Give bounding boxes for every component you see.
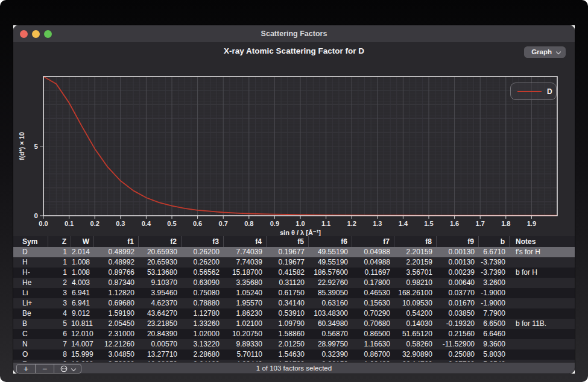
plot-area[interactable]: 0.00.10.20.30.40.50.60.70.80.91.01.11.21… [16,74,564,238]
column-header-f6[interactable]: f6 [309,236,352,247]
add-factor-button[interactable]: + [17,365,36,373]
table-cell: 28.99750 [309,339,352,349]
column-header-b[interactable]: b [479,236,510,247]
table-cell: 1.02000 [182,329,224,339]
x-tick-label: 0.2 [90,220,100,227]
table-cell: 7.7900 [479,308,510,319]
column-header-f3[interactable]: f3 [182,236,224,247]
table-cell: 7 [48,339,71,349]
table-header-row: SymZWf1f2f3f4f5f6f7f8f9bNotes [13,236,575,247]
table-cell: 0.00130 [437,247,479,257]
table-cell: 0.17800 [352,278,394,288]
table-cell: 186.57600 [309,268,352,278]
table-cell: 3.13220 [182,339,224,349]
table-cell: H [13,257,48,268]
column-header-f5[interactable]: f5 [267,236,309,247]
table-row-D[interactable]: D12.0140.4899220.659300.262007.740390.19… [13,247,575,257]
x-tick-label: 1.7 [476,220,485,227]
remove-factor-button[interactable]: − [36,365,54,373]
table-action-buttons: + − [16,364,81,374]
table-cell: 0.00640 [437,278,479,288]
table-cell: 0.58260 [394,339,437,349]
table-cell: 23.21850 [139,319,182,329]
table-cell: 0.32390 [309,349,352,360]
table-row-He[interactable]: He24.0030.873409.103700.630903.356800.31… [13,278,575,288]
x-axis-label: sin θ / λ [Å⁻¹] [280,229,321,236]
table-cell: 7.74039 [224,247,267,257]
table-cell: 9.3600 [479,339,510,349]
table-cell: 6.6710 [479,247,510,257]
table-cell: 2.05450 [94,319,139,329]
table-cell: 20.65930 [139,257,182,268]
table-cell: 1 [48,257,71,268]
table-cell: 0.69680 [94,298,139,308]
column-header-w[interactable]: W [71,236,94,247]
x-tick-label: 0.0 [39,220,48,227]
column-header-sym[interactable]: Sym [13,236,48,247]
table-cell: 0.63160 [309,298,352,308]
x-tick-label: 1.6 [450,220,459,227]
table-cell: 15.18700 [224,268,267,278]
column-header-z[interactable]: Z [48,236,71,247]
table-cell: 5.70110 [224,349,267,360]
table-cell: 53.13680 [139,268,182,278]
table-cell: 6.941 [71,288,94,298]
table-cell: 0.26200 [182,257,224,268]
table-cell: 0.98210 [394,278,437,288]
table-cell: 4.003 [71,278,94,288]
table-row-N[interactable]: N714.00712.212600.005703.132209.893302.0… [13,339,575,349]
chart-title: X-ray Atomic Scattering Factor for D [13,46,575,55]
factors-table[interactable]: D12.0140.4899220.659300.262007.740390.19… [13,247,575,374]
table-cell: 0.31120 [267,278,309,288]
table-row-Be[interactable]: Be49.0121.5919043.642701.127801.862300.5… [13,308,575,319]
table-cell: 6.6460 [479,329,510,339]
table-cell [510,308,575,319]
title-bar[interactable]: Scattering Factors [13,25,575,43]
legend-line-swatch [517,91,542,92]
table-cell: 1.54630 [267,349,309,360]
column-header-f2[interactable]: f2 [139,236,182,247]
chart-section: X-ray Atomic Scattering Factor for D Gra… [13,42,575,236]
more-actions-button[interactable] [54,365,81,373]
table-row-B[interactable]: B510.8112.0545023.218501.332601.021001.0… [13,319,575,329]
table-cell: 2.20159 [394,257,437,268]
column-header-f9[interactable]: f9 [437,236,479,247]
table-cell: O [13,349,48,360]
table-cell: 12.010 [71,329,94,339]
table-cell: C [13,329,48,339]
table-cell: 9.012 [71,308,94,319]
table-row-Li[interactable]: Li36.9411.128203.954600.750801.052400.61… [13,288,575,298]
table-cell: 9.89330 [224,339,267,349]
column-header-f7[interactable]: f7 [352,236,394,247]
table-cell: -3.7390 [479,257,510,268]
table-row-C[interactable]: C612.0102.3100020.843901.0200010.207501.… [13,329,575,339]
view-selector-dropdown[interactable]: Graph [524,46,566,58]
column-header-f8[interactable]: f8 [394,236,437,247]
table-cell: 1.12780 [182,308,224,319]
table-cell: -3.7390 [479,268,510,278]
table-row-Li+[interactable]: Li+36.9410.696804.623700.788801.955700.3… [13,298,575,308]
table-cell: 0.03850 [437,308,479,319]
table-cell: 1.86230 [224,308,267,319]
table-cell: 6.941 [71,298,94,308]
table-row-H-[interactable]: H-11.0080.8976653.136800.5656215.187000.… [13,268,575,278]
table-cell: 0.53910 [267,308,309,319]
table-cell: 49.55190 [309,247,352,257]
column-header-f1[interactable]: f1 [94,236,139,247]
table-row-O[interactable]: O815.9993.0485013.277102.286805.701101.5… [13,349,575,360]
table-cell: 0.21560 [437,329,479,339]
table-cell: 0.48992 [94,257,139,268]
table-cell [510,288,575,298]
x-tick-label: 1.0 [296,220,305,227]
column-header-notes[interactable]: Notes [510,236,575,247]
legend[interactable]: D [510,83,557,100]
table-cell: 0.19677 [267,247,309,257]
table-cell: 0.78880 [182,298,224,308]
table-cell: 0.70290 [352,308,394,319]
scattering-plot[interactable]: 0.00.10.20.30.40.50.60.70.80.91.01.11.21… [16,74,564,238]
table-cell: 1.58860 [267,329,309,339]
table-row-H[interactable]: H11.0080.4899220.659300.262007.740390.19… [13,257,575,268]
table-cell: 0.26200 [182,247,224,257]
column-header-f4[interactable]: f4 [224,236,267,247]
table-cell: 6.6500 [479,319,510,329]
